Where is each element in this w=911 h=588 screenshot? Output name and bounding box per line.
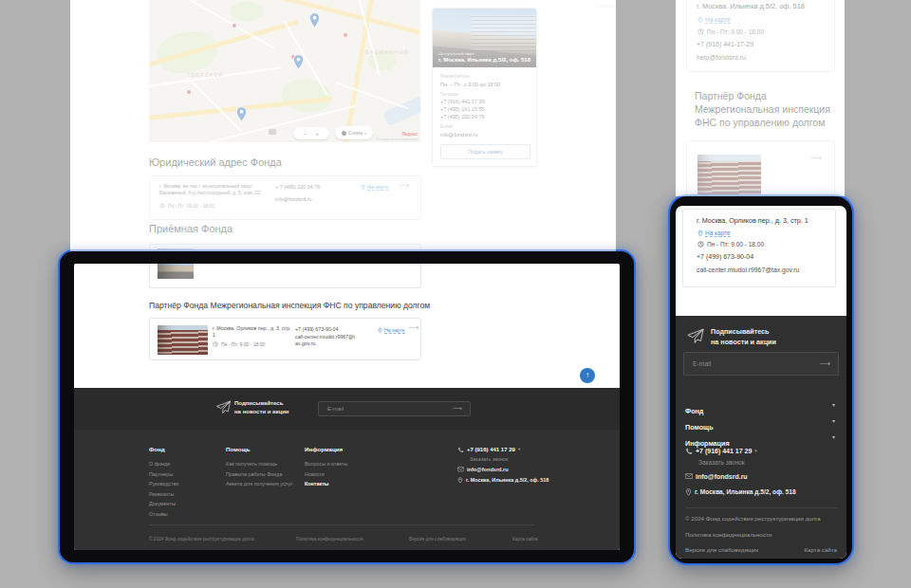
footer-privacy-link[interactable]: Политика конфиденциальности bbox=[296, 537, 363, 542]
footer-email-row[interactable]: info@fondsrd.ru bbox=[685, 473, 748, 480]
arrow-right-icon[interactable]: ⟶ bbox=[399, 181, 409, 190]
partner-email[interactable]: call-center.miudol.r9967@tax.gov.ru bbox=[697, 266, 799, 273]
zoom-out-button[interactable]: − bbox=[304, 131, 307, 137]
accordion-info[interactable]: Информация ▾ bbox=[685, 432, 837, 446]
partner-heading-mobile: Партнёр Фонда Межрегиональная инспекция … bbox=[695, 89, 830, 129]
tablet-device-frame: Пн - Пт: 9.00 - 18.00 help@fondsrd.ru Па… bbox=[60, 251, 634, 562]
phone-icon bbox=[685, 448, 693, 455]
accordion-help[interactable]: Помощь ▾ bbox=[685, 416, 837, 430]
map-pin[interactable] bbox=[235, 106, 248, 122]
footer-link[interactable]: Правила работы Фонда bbox=[226, 469, 302, 480]
partner-map-link[interactable]: На карте bbox=[378, 327, 405, 334]
zoom-in-button[interactable]: + bbox=[316, 131, 320, 137]
accordion-fund[interactable]: Фонд ▾ bbox=[685, 400, 837, 413]
chevron-down-icon: ▾ bbox=[832, 433, 835, 440]
footer-link[interactable]: Новости bbox=[305, 469, 381, 480]
partner-schedule: Пн - Пт: 9.00 - 18.00 bbox=[697, 241, 764, 248]
footer-phone-row[interactable]: +7 (916) 441 17 29 ▾ bbox=[457, 447, 520, 453]
footer-privacy-link[interactable]: Политика конфиденциальности bbox=[685, 531, 772, 538]
accordion-title: Информация bbox=[685, 439, 730, 448]
footer-accessibility-link[interactable]: Версия для слабовидящих bbox=[685, 546, 758, 553]
reception-phone[interactable]: +7 (916) 441-17-29 bbox=[697, 41, 753, 47]
legal-schedule-text: Пн - Пт: 09:00 - 18:00 bbox=[168, 203, 214, 209]
reception-email[interactable]: help@fondsrd.ru bbox=[697, 54, 746, 61]
legal-map-link[interactable]: На карте bbox=[361, 184, 388, 191]
apply-button[interactable]: Подать заявку bbox=[440, 144, 530, 159]
footer-phone[interactable]: +7 (916) 441 17 29 bbox=[696, 448, 752, 454]
footer-sitemap-link[interactable]: Карта сайта bbox=[512, 537, 538, 542]
subscribe-email-input[interactable] bbox=[319, 402, 470, 415]
reception-map-link[interactable]: На карте bbox=[697, 16, 731, 24]
partner-card-mobile-partial: ⟶ bbox=[686, 140, 835, 196]
schedule-label: Режим работы bbox=[440, 74, 529, 79]
footer-link[interactable]: Вопросы и ответы bbox=[305, 459, 381, 469]
reception-schedule: Пн - Пт: 9.00 - 18.00 bbox=[697, 28, 764, 35]
subscribe-text: Подписывайтесь на новости и акции bbox=[711, 326, 776, 347]
partner-phone[interactable]: +7 (499) 673-90-04 bbox=[295, 326, 339, 332]
phone-number[interactable]: +7 (495) 161 15 55 bbox=[440, 105, 529, 113]
footer-link[interactable]: Как получить помощь bbox=[226, 459, 302, 469]
legal-address-text: г. Москва, вн.тер.г. муниципальный округ… bbox=[159, 183, 281, 196]
callback-link[interactable]: Заказать звонок bbox=[698, 459, 745, 466]
map-pin[interactable] bbox=[292, 54, 305, 70]
subscribe-email-input[interactable] bbox=[684, 353, 838, 375]
map-layers-button[interactable]: Схема ▾ bbox=[335, 126, 373, 139]
chevron-down-icon[interactable]: ▾ bbox=[518, 447, 520, 451]
clock-icon bbox=[697, 28, 704, 35]
callback-link[interactable]: Заказать звонок bbox=[470, 456, 508, 462]
footer-link[interactable]: Партнеры bbox=[149, 469, 225, 480]
chevron-down-icon[interactable]: ▾ bbox=[754, 448, 757, 453]
partner-map-link[interactable]: На карте bbox=[697, 230, 731, 237]
footer-link[interactable]: Анкета для получения услуг bbox=[226, 479, 302, 489]
submit-arrow-icon[interactable]: ⟶ bbox=[453, 405, 462, 413]
footer-accessibility-link[interactable]: Версия для слабовидящих bbox=[409, 537, 466, 542]
partner-email[interactable]: call-center.miudol.r9967@tax.gov.ru bbox=[295, 334, 358, 346]
phone-number[interactable]: +7 (916) 441 17 29 bbox=[440, 98, 529, 105]
office-building-photo: Центральный офис г. Москва, Ильинка д.5/… bbox=[433, 9, 536, 67]
envelope-icon bbox=[457, 467, 464, 472]
reception-card-mobile: г. Москва, Ильинка д.5/2, оф. 518 На кар… bbox=[686, 0, 835, 72]
footer-phone-row[interactable]: +7 (916) 441 17 29 ▾ bbox=[685, 448, 757, 455]
chevron-down-icon: ▾ bbox=[832, 417, 835, 424]
map[interactable]: ТВЕРСКОЙ БАСМАННЫЙ − + Схема ▾ Яндекс Ус… bbox=[149, 0, 420, 142]
footer-email[interactable]: info@fondsrd.ru bbox=[467, 467, 509, 472]
partner-schedule-text: Пн - Пт: 9.00 - 18.00 bbox=[707, 241, 764, 248]
arrow-right-icon[interactable]: ⟶ bbox=[408, 323, 418, 332]
map-street bbox=[188, 78, 243, 133]
footer-link[interactable]: Реквизиты bbox=[149, 489, 225, 500]
footer-phone[interactable]: +7 (916) 441 17 29 bbox=[467, 447, 515, 452]
phone-icon bbox=[457, 447, 464, 453]
partner-map-link-label: На карте bbox=[384, 327, 405, 334]
footer-email[interactable]: info@fondsrd.ru bbox=[696, 473, 748, 480]
footer-copyright: © 2024 Фонд содействия реструктуризации … bbox=[685, 515, 821, 522]
phone-number[interactable]: +7 (495) 220 04 76 bbox=[440, 113, 529, 120]
partner-phone[interactable]: +7 (499) 673-90-04 bbox=[697, 253, 753, 260]
office-badge: Центральный офис bbox=[438, 51, 531, 56]
footer-address-row: г. Москва, Ильинка д.5/2, оф. 518 bbox=[457, 477, 548, 484]
footer-link-contacts[interactable]: Контакты bbox=[305, 479, 381, 489]
scroll-to-top-button[interactable]: ↑ bbox=[580, 368, 595, 383]
reception-schedule-text: Пн - Пт: 9.00 - 18.00 bbox=[707, 28, 764, 35]
subscribe-input-wrap: ⟶ bbox=[318, 401, 471, 416]
office-card-body: Режим работы Пн. – Пт.: с 9:00 до 18:00 … bbox=[433, 67, 536, 159]
footer-link[interactable]: О фонде bbox=[149, 459, 225, 469]
footer-link[interactable]: Документы bbox=[149, 499, 225, 509]
map-metro-marker bbox=[187, 90, 191, 94]
footer-link[interactable]: Руководство bbox=[149, 479, 225, 489]
phone-device-frame: г. Москва, Орликов пер., д. 3, стр. 1 На… bbox=[670, 196, 852, 563]
map-pin[interactable] bbox=[308, 12, 321, 28]
footer-column-title: Информация bbox=[305, 446, 381, 452]
partial-element bbox=[595, 0, 615, 6]
map-park bbox=[280, 77, 333, 116]
map-zoom-controls: − + bbox=[293, 127, 329, 139]
submit-arrow-icon[interactable]: ⟶ bbox=[820, 359, 830, 368]
footer-sitemap-link[interactable]: Карта сайта bbox=[805, 546, 837, 553]
legal-phone[interactable]: + 7 (495) 220 04 76 bbox=[275, 184, 320, 190]
legal-email[interactable]: info@fondsrd.ru bbox=[275, 196, 311, 202]
subscribe-line1: Подписывайтесь bbox=[711, 326, 776, 337]
footer-link[interactable]: Отзывы bbox=[149, 509, 225, 520]
map-terms-link[interactable]: Условия использования bbox=[376, 137, 418, 141]
arrow-right-icon[interactable]: ⟶ bbox=[810, 153, 823, 162]
email-value[interactable]: info@fondsrd.ru bbox=[440, 131, 529, 138]
footer-email-row[interactable]: info@fondsrd.ru bbox=[457, 467, 509, 472]
